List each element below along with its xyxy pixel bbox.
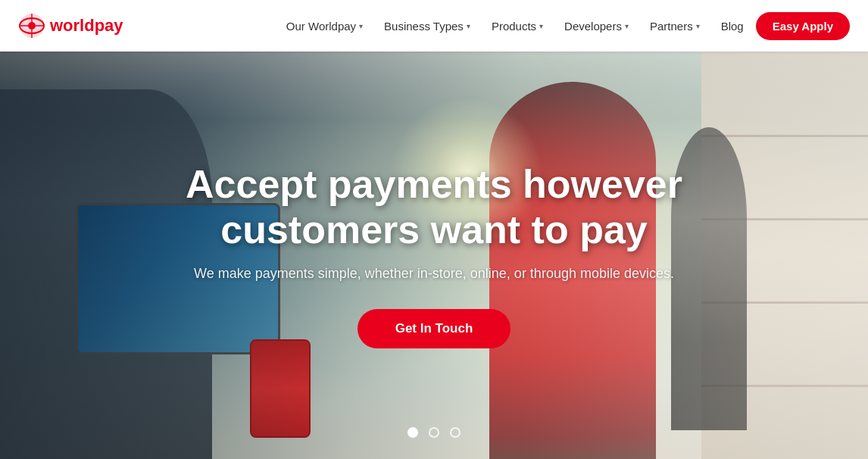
worldpay-logo-icon — [18, 12, 45, 39]
chevron-down-icon: ▾ — [359, 22, 363, 30]
carousel-dots — [407, 427, 461, 438]
carousel-dot-2[interactable] — [429, 427, 439, 438]
logo[interactable]: worldpay — [18, 12, 123, 39]
nav-item-developers[interactable]: Developers ▾ — [555, 14, 638, 39]
nav-item-products[interactable]: Products ▾ — [482, 14, 552, 39]
chevron-down-icon: ▾ — [696, 22, 700, 30]
nav-item-blog[interactable]: Blog — [712, 14, 753, 39]
hero-subtitle: We make payments simple, whether in-stor… — [194, 266, 674, 282]
carousel-dot-1[interactable] — [407, 427, 418, 438]
easy-apply-button[interactable]: Easy Apply — [756, 12, 850, 40]
nav-item-partners[interactable]: Partners ▾ — [641, 14, 709, 39]
get-in-touch-button[interactable]: Get In Touch — [358, 309, 511, 348]
chevron-down-icon: ▾ — [467, 22, 470, 30]
hero-content: Accept payments however customers want t… — [0, 52, 868, 459]
chevron-down-icon: ▾ — [625, 22, 629, 30]
nav-item-our-worldpay[interactable]: Our Worldpay ▾ — [277, 14, 372, 39]
nav-item-business-types[interactable]: Business Types ▾ — [375, 14, 479, 39]
hero-section: Accept payments however customers want t… — [0, 52, 868, 459]
logo-text: worldpay — [50, 16, 123, 36]
main-nav: Our Worldpay ▾ Business Types ▾ Products… — [277, 12, 850, 40]
chevron-down-icon: ▾ — [539, 22, 543, 30]
site-header: worldpay Our Worldpay ▾ Business Types ▾… — [0, 0, 868, 52]
hero-title: Accept payments however customers want t… — [93, 162, 775, 253]
carousel-dot-3[interactable] — [450, 427, 461, 438]
